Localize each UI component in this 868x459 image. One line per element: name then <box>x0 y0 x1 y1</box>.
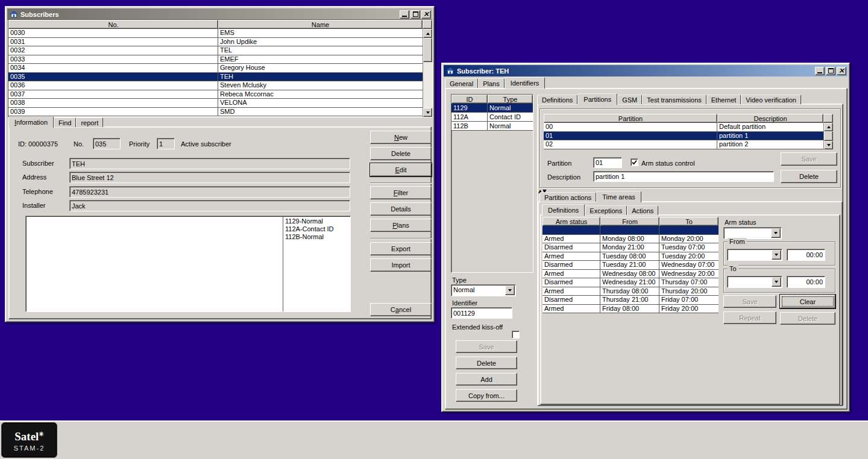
maximize-button[interactable] <box>826 67 835 75</box>
column-header-no[interactable]: No. <box>8 20 218 29</box>
minimize-button[interactable] <box>400 10 409 19</box>
subscriber-row[interactable]: 0032 TEL <box>8 46 423 55</box>
subscribers-tab[interactable]: Information <box>8 116 54 128</box>
export-button[interactable]: Export <box>370 242 432 255</box>
scroll-up-button[interactable] <box>423 29 432 38</box>
details-button[interactable]: Details <box>370 202 432 216</box>
arm-status-dropdown[interactable] <box>723 227 782 239</box>
dropdown-button[interactable] <box>772 250 781 260</box>
description-field[interactable] <box>593 171 774 182</box>
identifier-tab[interactable]: Test transmissions <box>642 95 706 104</box>
partition-delete-button[interactable]: Delete <box>781 170 837 183</box>
no-field[interactable] <box>93 138 121 149</box>
time-delete-button[interactable]: Delete <box>780 312 835 325</box>
vertical-scrollbar[interactable] <box>423 29 432 117</box>
time-area-row[interactable]: Disarmed Wednesday 21:00 Thursday 07:00 <box>542 278 719 287</box>
column-header-to[interactable]: To <box>659 217 719 226</box>
subscriber-tab[interactable]: Identifiers <box>505 77 546 89</box>
new-button[interactable]: New <box>370 131 432 144</box>
identifier-row[interactable]: 112A Contact ID <box>451 113 533 122</box>
subscriber-row[interactable]: 0035 TEH <box>8 73 423 82</box>
column-header-arm-status[interactable]: Arm status <box>542 217 600 226</box>
scroll-down-button[interactable] <box>423 108 432 117</box>
address-field[interactable] <box>69 172 350 183</box>
subscriber-row[interactable]: 0039 SMD <box>8 108 423 117</box>
column-header-from[interactable]: From <box>600 217 659 226</box>
identifier-add-button[interactable]: Add <box>456 373 517 386</box>
identifier-tab[interactable]: Partitions <box>577 93 617 105</box>
partitions-scrollbar[interactable] <box>823 123 833 149</box>
subscribers-tab[interactable]: report <box>76 117 103 127</box>
scroll-thumb[interactable] <box>423 38 432 62</box>
to-day-dropdown[interactable] <box>727 276 782 288</box>
time-tab[interactable]: Actions <box>627 205 658 215</box>
column-header-description[interactable]: Description <box>717 114 823 123</box>
scroll-down-button[interactable] <box>824 141 833 149</box>
column-header-id[interactable]: ID <box>451 95 488 104</box>
subscriber-row[interactable]: 0034 Gregory House <box>8 64 423 73</box>
subscriber-row[interactable]: 0036 Steven Mclusky <box>8 81 423 90</box>
copy-from-button[interactable]: Copy from... <box>456 389 517 402</box>
subscribers-tab[interactable]: Find <box>54 117 76 127</box>
type-dropdown[interactable]: Normal <box>451 284 516 296</box>
scroll-thumb[interactable] <box>824 131 833 141</box>
arm-status-control-checkbox[interactable] <box>631 158 638 166</box>
time-area-row[interactable]: Armed Wednesday 08:00 Wednesday 20:00 <box>542 270 719 279</box>
priority-field[interactable] <box>157 138 175 149</box>
subscriber-tab[interactable]: Plans <box>478 78 505 88</box>
delete-button[interactable]: Delete <box>370 147 432 160</box>
time-area-row[interactable] <box>542 226 719 235</box>
subscriber-row[interactable]: 0031 John Updike <box>8 38 423 47</box>
to-time-field[interactable] <box>787 276 825 288</box>
subscribers-titlebar[interactable]: Subscribers × <box>7 8 432 20</box>
subscriber-row[interactable]: 0030 EMS <box>8 29 423 38</box>
time-area-row[interactable]: Disarmed Monday 21:00 Tuesday 07:00 <box>542 243 719 252</box>
identifier-row[interactable]: 1129 Normal <box>451 104 533 113</box>
action-tab[interactable]: Time areas <box>596 191 641 202</box>
time-area-row[interactable]: Armed Tuesday 08:00 Tuesday 20:00 <box>542 252 719 261</box>
time-area-row[interactable]: Armed Thursday 08:00 Thursday 20:00 <box>542 287 719 296</box>
clear-button[interactable]: Clear <box>780 295 835 308</box>
partition-row[interactable]: 01 partition 1 <box>544 132 823 141</box>
time-area-row[interactable]: Disarmed Tuesday 21:00 Wednesday 07:00 <box>542 261 719 270</box>
subscriber-titlebar[interactable]: Subscriber: TEH × <box>444 65 848 76</box>
identifier-field[interactable] <box>451 307 512 319</box>
scroll-up-button[interactable] <box>824 123 833 131</box>
cancel-button[interactable]: Cancel <box>370 303 432 316</box>
subscriber-row[interactable]: 0037 Rebeca Mccornac <box>8 90 423 99</box>
time-area-row[interactable]: Armed Monday 08:00 Monday 20:00 <box>542 235 719 244</box>
identifier-tab[interactable]: Ethernet <box>706 95 741 104</box>
edit-button[interactable]: Edit <box>370 163 432 176</box>
time-tab[interactable]: Exceptions <box>585 205 627 215</box>
subscriber-tab[interactable]: General <box>445 78 478 88</box>
notes-box[interactable]: 1129-Normal112A-Contact ID112B-Normal <box>25 216 351 312</box>
notes-area[interactable] <box>26 216 283 311</box>
import-button[interactable]: Import <box>370 258 432 272</box>
identifier-delete-button[interactable]: Delete <box>456 357 517 369</box>
time-area-row[interactable]: Disarmed Thursday 21:00 Friday 07:00 <box>542 296 719 305</box>
dropdown-button[interactable] <box>505 286 515 295</box>
dropdown-button[interactable] <box>772 277 781 287</box>
column-header-partition[interactable]: Partition <box>544 114 717 123</box>
partition-field[interactable] <box>593 157 622 168</box>
minimize-button[interactable] <box>815 67 825 75</box>
identifier-save-button[interactable]: Save <box>456 340 517 353</box>
close-button[interactable]: × <box>837 67 846 75</box>
telephone-field[interactable] <box>69 186 350 198</box>
repeat-button[interactable]: Repeat <box>723 311 776 324</box>
from-time-field[interactable] <box>787 249 825 261</box>
identifier-row[interactable]: 112B Normal <box>451 122 533 131</box>
partition-row[interactable]: 00 Default partition <box>544 123 823 132</box>
filter-button[interactable]: Filter <box>370 186 432 199</box>
plans-button[interactable]: Plans <box>370 219 432 232</box>
action-tab[interactable]: Partition actions <box>539 192 596 202</box>
column-header-type[interactable]: Type <box>488 95 533 104</box>
subscriber-field[interactable] <box>69 158 350 169</box>
subscriber-row[interactable]: 0033 EMEF <box>8 55 423 64</box>
maximize-button[interactable] <box>410 10 420 19</box>
installer-field[interactable] <box>69 200 350 211</box>
time-save-button[interactable]: Save <box>723 295 776 308</box>
time-tab[interactable]: Definitions <box>542 204 585 216</box>
identifier-tab[interactable]: Definitions <box>537 95 577 104</box>
extended-kissoff-checkbox[interactable] <box>512 331 520 339</box>
